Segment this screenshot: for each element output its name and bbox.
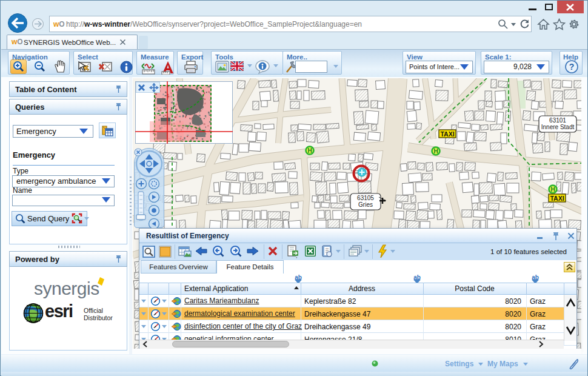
svg-text:63101: 63101 xyxy=(549,117,566,124)
svg-text:TAXI: TAXI xyxy=(440,130,454,138)
svg-text:63105: 63105 xyxy=(357,195,374,201)
svg-text:Gries: Gries xyxy=(358,201,373,208)
svg-text:H: H xyxy=(307,147,312,154)
svg-text:H: H xyxy=(433,148,438,155)
svg-text:Innere Stadt: Innere Stadt xyxy=(541,124,575,130)
svg-text:TAXI: TAXI xyxy=(550,195,564,202)
svg-text:H: H xyxy=(550,186,555,193)
svg-text:,: , xyxy=(296,253,298,258)
svg-text:?: ? xyxy=(569,62,575,72)
